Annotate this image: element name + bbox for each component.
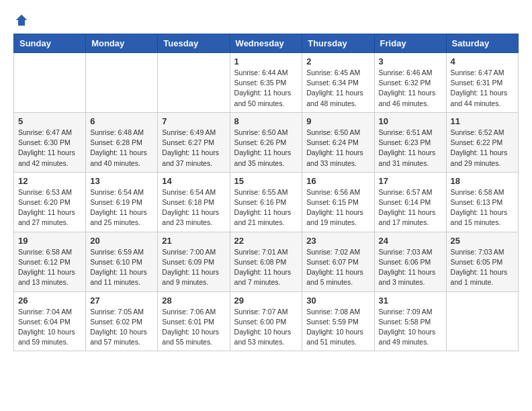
day-number: 29: [234, 295, 298, 306]
calendar-cell: 1Sunrise: 6:44 AMSunset: 6:35 PMDaylight…: [230, 53, 302, 113]
calendar-cell: 21Sunrise: 7:00 AMSunset: 6:09 PMDayligh…: [158, 232, 230, 291]
day-info: Sunrise: 6:58 AMSunset: 6:12 PMDaylight:…: [18, 247, 81, 288]
day-number: 9: [306, 116, 369, 126]
calendar-cell: [14, 53, 86, 113]
day-number: 16: [306, 176, 369, 186]
calendar-cell: 19Sunrise: 6:58 AMSunset: 6:12 PMDayligh…: [14, 232, 86, 291]
day-number: 28: [162, 295, 225, 306]
day-info: Sunrise: 7:03 AMSunset: 6:06 PMDaylight:…: [379, 247, 442, 288]
weekday-header-thursday: Thursday: [302, 34, 374, 53]
day-info: Sunrise: 6:59 AMSunset: 6:10 PMDaylight:…: [90, 247, 153, 288]
day-number: 31: [379, 295, 442, 306]
calendar-cell: 3Sunrise: 6:46 AMSunset: 6:32 PMDaylight…: [374, 53, 446, 113]
calendar-cell: 10Sunrise: 6:51 AMSunset: 6:23 PMDayligh…: [374, 112, 446, 172]
day-number: 27: [90, 295, 153, 306]
day-number: 12: [18, 176, 81, 186]
calendar-table: SundayMondayTuesdayWednesdayThursdayFrid…: [13, 34, 519, 351]
weekday-header-monday: Monday: [86, 34, 158, 53]
day-info: Sunrise: 6:54 AMSunset: 6:18 PMDaylight:…: [162, 187, 225, 228]
day-info: Sunrise: 6:57 AMSunset: 6:14 PMDaylight:…: [379, 187, 442, 228]
page-header: [13, 13, 519, 27]
calendar-cell: [86, 53, 158, 113]
calendar-cell: 25Sunrise: 7:03 AMSunset: 6:05 PMDayligh…: [446, 232, 518, 291]
day-number: 7: [162, 116, 225, 126]
day-number: 15: [234, 176, 298, 186]
weekday-header-tuesday: Tuesday: [158, 34, 230, 53]
day-number: 20: [90, 236, 153, 246]
calendar-cell: 7Sunrise: 6:49 AMSunset: 6:27 PMDaylight…: [158, 112, 230, 172]
calendar-cell: 26Sunrise: 7:04 AMSunset: 6:04 PMDayligh…: [14, 291, 86, 351]
calendar-cell: 6Sunrise: 6:48 AMSunset: 6:28 PMDaylight…: [86, 112, 158, 172]
day-info: Sunrise: 6:48 AMSunset: 6:28 PMDaylight:…: [90, 128, 153, 169]
calendar-cell: 15Sunrise: 6:55 AMSunset: 6:16 PMDayligh…: [230, 172, 302, 232]
calendar-cell: 24Sunrise: 7:03 AMSunset: 6:06 PMDayligh…: [374, 232, 446, 291]
svg-marker-0: [16, 15, 28, 26]
day-number: 21: [162, 236, 225, 246]
calendar-cell: 2Sunrise: 6:45 AMSunset: 6:34 PMDaylight…: [302, 53, 374, 113]
weekday-header-sunday: Sunday: [14, 34, 86, 53]
weekday-header-wednesday: Wednesday: [230, 34, 302, 53]
week-row-5: 26Sunrise: 7:04 AMSunset: 6:04 PMDayligh…: [14, 291, 519, 351]
week-row-2: 5Sunrise: 6:47 AMSunset: 6:30 PMDaylight…: [14, 112, 519, 172]
calendar-cell: 11Sunrise: 6:52 AMSunset: 6:22 PMDayligh…: [446, 112, 518, 172]
calendar-cell: 14Sunrise: 6:54 AMSunset: 6:18 PMDayligh…: [158, 172, 230, 232]
day-info: Sunrise: 6:56 AMSunset: 6:15 PMDaylight:…: [306, 187, 369, 228]
calendar-cell: 27Sunrise: 7:05 AMSunset: 6:02 PMDayligh…: [86, 291, 158, 351]
day-info: Sunrise: 6:50 AMSunset: 6:24 PMDaylight:…: [306, 128, 369, 169]
week-row-4: 19Sunrise: 6:58 AMSunset: 6:12 PMDayligh…: [14, 232, 519, 291]
day-info: Sunrise: 6:47 AMSunset: 6:31 PMDaylight:…: [451, 68, 514, 109]
day-number: 1: [234, 56, 298, 66]
calendar-cell: 13Sunrise: 6:54 AMSunset: 6:19 PMDayligh…: [86, 172, 158, 232]
day-info: Sunrise: 6:47 AMSunset: 6:30 PMDaylight:…: [18, 128, 81, 169]
day-info: Sunrise: 6:45 AMSunset: 6:34 PMDaylight:…: [306, 68, 369, 109]
calendar-cell: 18Sunrise: 6:58 AMSunset: 6:13 PMDayligh…: [446, 172, 518, 232]
day-number: 13: [90, 176, 153, 186]
day-info: Sunrise: 6:46 AMSunset: 6:32 PMDaylight:…: [379, 68, 442, 109]
day-info: Sunrise: 6:50 AMSunset: 6:26 PMDaylight:…: [234, 128, 298, 169]
calendar-cell: 23Sunrise: 7:02 AMSunset: 6:07 PMDayligh…: [302, 232, 374, 291]
calendar-cell: 29Sunrise: 7:07 AMSunset: 6:00 PMDayligh…: [230, 291, 302, 351]
day-number: 23: [306, 236, 369, 246]
day-info: Sunrise: 7:09 AMSunset: 5:58 PMDaylight:…: [379, 307, 442, 348]
calendar-cell: 30Sunrise: 7:08 AMSunset: 5:59 PMDayligh…: [302, 291, 374, 351]
calendar-cell: 22Sunrise: 7:01 AMSunset: 6:08 PMDayligh…: [230, 232, 302, 291]
day-info: Sunrise: 6:51 AMSunset: 6:23 PMDaylight:…: [379, 128, 442, 169]
day-info: Sunrise: 7:06 AMSunset: 6:01 PMDaylight:…: [162, 307, 225, 348]
calendar-cell: 4Sunrise: 6:47 AMSunset: 6:31 PMDaylight…: [446, 53, 518, 113]
day-number: 25: [451, 236, 514, 246]
week-row-1: 1Sunrise: 6:44 AMSunset: 6:35 PMDaylight…: [14, 53, 519, 113]
day-info: Sunrise: 6:53 AMSunset: 6:20 PMDaylight:…: [18, 187, 81, 228]
day-info: Sunrise: 6:58 AMSunset: 6:13 PMDaylight:…: [451, 187, 514, 228]
weekday-header-friday: Friday: [374, 34, 446, 53]
day-number: 18: [451, 176, 514, 186]
day-number: 8: [234, 116, 298, 126]
day-number: 6: [90, 116, 153, 126]
day-number: 3: [379, 56, 442, 66]
day-number: 5: [18, 116, 81, 126]
calendar-cell: [158, 53, 230, 113]
day-number: 17: [379, 176, 442, 186]
logo-icon: [15, 13, 28, 27]
day-number: 2: [306, 56, 369, 66]
day-info: Sunrise: 6:55 AMSunset: 6:16 PMDaylight:…: [234, 187, 298, 228]
weekday-header-row: SundayMondayTuesdayWednesdayThursdayFrid…: [14, 34, 519, 53]
day-info: Sunrise: 7:04 AMSunset: 6:04 PMDaylight:…: [18, 307, 81, 348]
calendar-cell: 17Sunrise: 6:57 AMSunset: 6:14 PMDayligh…: [374, 172, 446, 232]
day-number: 22: [234, 236, 298, 246]
day-info: Sunrise: 7:07 AMSunset: 6:00 PMDaylight:…: [234, 307, 298, 348]
day-info: Sunrise: 6:52 AMSunset: 6:22 PMDaylight:…: [451, 128, 514, 169]
weekday-header-saturday: Saturday: [446, 34, 518, 53]
day-number: 11: [451, 116, 514, 126]
day-number: 4: [451, 56, 514, 66]
day-info: Sunrise: 7:01 AMSunset: 6:08 PMDaylight:…: [234, 247, 298, 288]
day-info: Sunrise: 6:49 AMSunset: 6:27 PMDaylight:…: [162, 128, 225, 169]
day-info: Sunrise: 7:05 AMSunset: 6:02 PMDaylight:…: [90, 307, 153, 348]
day-number: 30: [306, 295, 369, 306]
day-info: Sunrise: 7:08 AMSunset: 5:59 PMDaylight:…: [306, 307, 369, 348]
calendar-cell: 12Sunrise: 6:53 AMSunset: 6:20 PMDayligh…: [14, 172, 86, 232]
day-number: 10: [379, 116, 442, 126]
week-row-3: 12Sunrise: 6:53 AMSunset: 6:20 PMDayligh…: [14, 172, 519, 232]
day-info: Sunrise: 7:00 AMSunset: 6:09 PMDaylight:…: [162, 247, 225, 288]
calendar-cell: 31Sunrise: 7:09 AMSunset: 5:58 PMDayligh…: [374, 291, 446, 351]
day-info: Sunrise: 7:02 AMSunset: 6:07 PMDaylight:…: [306, 247, 369, 288]
